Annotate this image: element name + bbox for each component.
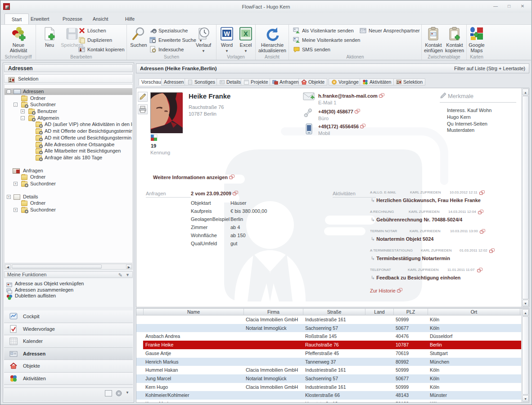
svg-text:X: X xyxy=(243,30,248,37)
svg-text:W: W xyxy=(224,30,230,37)
